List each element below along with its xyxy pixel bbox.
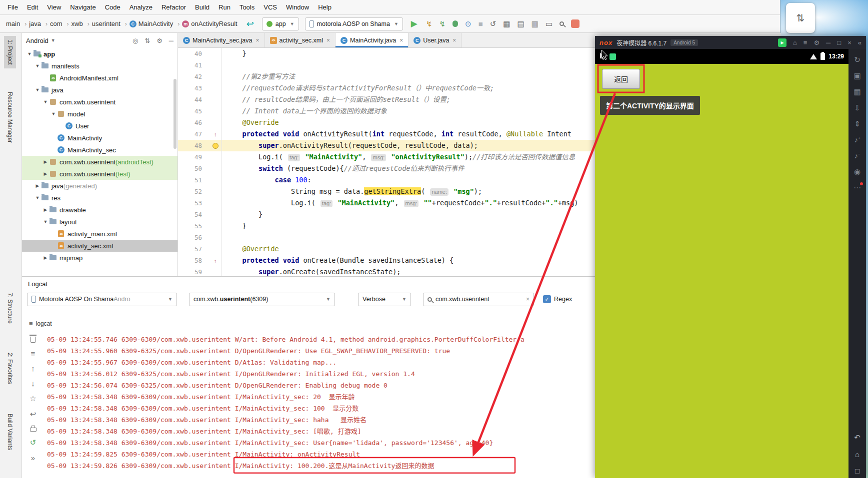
tree-item-com.xwb.userintent[interactable]: ▶com.xwb.userintent (test) xyxy=(22,168,178,180)
breadcrumb-java[interactable]: java xyxy=(29,20,41,27)
device-file-explorer-icon[interactable]: ▥ xyxy=(532,19,538,28)
chevron-icon[interactable]: ▼ xyxy=(50,111,57,116)
collapse-all-icon[interactable]: ⇅ xyxy=(144,37,150,44)
sync-project-icon[interactable]: ↺ xyxy=(490,19,496,28)
booster-icon[interactable]: ▶ xyxy=(778,38,786,47)
tree-item-java[interactable]: ▼java xyxy=(22,84,178,96)
nav-recent-icon[interactable]: □ xyxy=(855,467,860,475)
apply-changes-icon[interactable]: ↯ xyxy=(426,19,432,28)
maximize-icon[interactable]: □ xyxy=(837,39,841,46)
nav-back-icon[interactable]: ↶ xyxy=(854,433,860,442)
restart-icon[interactable]: ↺ xyxy=(30,438,36,447)
menu-icon[interactable]: ≡ xyxy=(804,39,808,46)
navigate-back-icon[interactable]: ↩ xyxy=(246,18,254,29)
tree-item-app[interactable]: ▼app xyxy=(22,48,178,60)
logcat-device-dropdown[interactable]: Motorola AOSP On Shama Andro ▼ xyxy=(27,293,177,306)
breadcrumb-userintent[interactable]: userintent xyxy=(92,20,120,27)
editor-tab-MainActivity_sec.java[interactable]: CMainActivity_sec.java× xyxy=(178,33,265,47)
chevron-icon[interactable]: ▶ xyxy=(42,159,49,164)
more-icon[interactable]: » xyxy=(31,454,35,462)
profile-avatar[interactable] xyxy=(571,19,580,28)
project-view-selector[interactable]: Android xyxy=(26,37,48,44)
tool-strip-resource-manager[interactable]: Resource Manager xyxy=(6,92,14,143)
tree-item-java[interactable]: ▶java (generated) xyxy=(22,180,178,192)
menu-run[interactable]: Run xyxy=(214,0,235,14)
screenshot-icon[interactable]: ▣ xyxy=(854,72,860,79)
chevron-icon[interactable]: ▼ xyxy=(34,195,41,200)
menu-edit[interactable]: Edit xyxy=(22,0,42,14)
virtual-key-icon[interactable]: ◉ xyxy=(854,168,860,175)
menu-code[interactable]: Code xyxy=(100,0,125,14)
tree-item-androidmanifest.xml[interactable]: <>AndroidManifest.xml xyxy=(22,72,178,84)
layout-inspector-icon[interactable]: ▦ xyxy=(503,19,510,28)
emulator-title-bar[interactable]: nox 夜神模拟器 6.6.1.7 Android 5 ▶⌂≡⚙─□×« xyxy=(595,36,866,49)
override-marker-icon[interactable]: ↑ xyxy=(214,258,217,264)
menu-refactor[interactable]: Refactor xyxy=(157,0,190,14)
avd-manager-icon[interactable]: ▭ xyxy=(546,19,552,28)
tree-item-mainactivity_sec[interactable]: CMainActivity_sec xyxy=(22,144,178,156)
close-tab-icon[interactable]: × xyxy=(256,37,260,44)
profiler-icon[interactable]: ⊙ xyxy=(465,19,472,28)
nav-home-icon[interactable]: ⌂ xyxy=(855,450,860,459)
breadcrumb-main[interactable]: main xyxy=(6,20,20,27)
breadcrumb-com[interactable]: com xyxy=(50,20,62,27)
editor-tab-MainActivity.java[interactable]: CMainActivity.java× xyxy=(336,33,408,47)
apply-code-changes-icon[interactable]: ↯ xyxy=(440,19,446,28)
rotate-icon[interactable]: ↻ xyxy=(854,56,860,63)
collapse-sidebar-icon[interactable]: « xyxy=(858,39,862,46)
menu-navigate[interactable]: Navigate xyxy=(66,0,100,14)
chevron-icon[interactable]: ▶ xyxy=(34,183,41,188)
tree-item-layout[interactable]: ▼layout xyxy=(22,216,178,228)
tree-item-manifests[interactable]: ▼manifests xyxy=(22,60,178,72)
log-level-dropdown[interactable]: Verbose ▼ xyxy=(358,293,411,306)
minimize-icon[interactable]: ─ xyxy=(826,39,830,46)
close-icon[interactable]: × xyxy=(848,39,852,46)
logcat-settings-icon[interactable]: ≡ xyxy=(31,349,36,358)
scroll-down-icon[interactable]: ↓ xyxy=(31,379,35,388)
profiler-icon[interactable]: ⊙ xyxy=(465,19,472,28)
desktop-widget[interactable]: ⇅ xyxy=(786,3,815,33)
intention-bulb-icon[interactable] xyxy=(212,143,218,149)
logcat-tool-icon[interactable]: ▤ xyxy=(518,19,524,28)
emulator-screen[interactable]: 返回 第二个ACTIVITY的显示界面 xyxy=(595,64,848,478)
tool-strip----project[interactable]: 1: Project xyxy=(4,36,16,68)
menu-window[interactable]: Window xyxy=(282,0,314,14)
device-dropdown[interactable]: motorola AOSP on Shama ▼ xyxy=(305,17,403,30)
more-tools-icon[interactable]: ⋯ xyxy=(854,184,861,191)
chevron-icon[interactable]: ▼ xyxy=(26,51,33,56)
settings-icon[interactable]: ⚙ xyxy=(156,37,162,44)
device-file-explorer-icon[interactable]: ▥ xyxy=(532,19,538,28)
chevron-icon[interactable]: ▶ xyxy=(42,255,49,260)
app-back-button[interactable]: 返回 xyxy=(602,69,640,89)
home-icon[interactable]: ⌂ xyxy=(793,39,797,46)
scroll-up-icon[interactable]: ↑ xyxy=(31,364,35,373)
close-tab-icon[interactable]: × xyxy=(326,37,330,44)
soft-wrap-icon[interactable]: ↩ xyxy=(30,410,36,419)
tree-item-user[interactable]: CUser xyxy=(22,120,178,132)
regex-checkbox[interactable]: ✓ xyxy=(543,295,551,303)
clear-search-icon[interactable]: × xyxy=(526,296,530,303)
menu-analyze[interactable]: Analyze xyxy=(125,0,157,14)
chevron-icon[interactable]: ▶ xyxy=(42,207,49,212)
menu-build[interactable]: Build xyxy=(190,0,214,14)
tree-item-com.xwb.userintent[interactable]: ▼com.xwb.userintent xyxy=(22,96,178,108)
breadcrumb-onActivityResult[interactable]: monActivityResult xyxy=(182,20,237,27)
tree-item-activity_sec.xml[interactable]: <>activity_sec.xml xyxy=(22,240,178,252)
tool-strip-build-variants[interactable]: Build Variants xyxy=(6,414,14,450)
tree-item-model[interactable]: ▼model xyxy=(22,108,178,120)
profile-avatar[interactable] xyxy=(571,19,580,28)
chevron-icon[interactable]: ▼ xyxy=(34,87,41,92)
chevron-icon[interactable]: ▼ xyxy=(42,99,49,104)
sync-project-icon[interactable]: ↺ xyxy=(490,19,496,28)
logcat-search-input[interactable] xyxy=(436,296,524,303)
hide-panel-icon[interactable]: ─ xyxy=(169,37,174,44)
project-scrollbar[interactable] xyxy=(174,79,176,149)
tree-item-mipmap[interactable]: ▶mipmap xyxy=(22,252,178,264)
chevron-icon[interactable]: ▶ xyxy=(42,171,49,176)
menu-tools[interactable]: Tools xyxy=(235,0,259,14)
close-tab-icon[interactable]: × xyxy=(400,37,403,44)
settings-icon[interactable]: ⚙ xyxy=(814,39,820,46)
editor-tab-User.java[interactable]: CUser.java× xyxy=(408,33,462,47)
volume-down-icon[interactable]: ♪− xyxy=(854,152,860,159)
menu-help[interactable]: Help xyxy=(314,0,336,14)
